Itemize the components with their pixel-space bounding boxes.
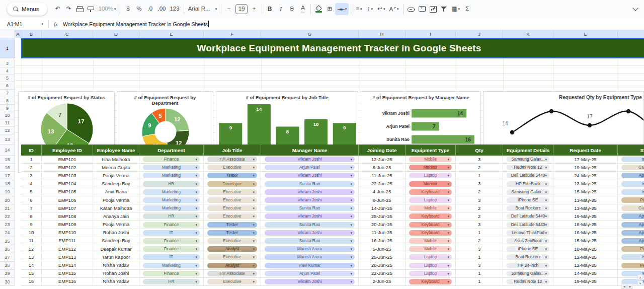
cell[interactable]: Asus ZenBook▾: [503, 237, 553, 245]
cell[interactable]: 3: [456, 156, 503, 164]
dropdown-pill[interactable]: Tester▾: [207, 222, 257, 228]
row-header-4[interactable]: 4: [0, 67, 15, 75]
dropdown-pill[interactable]: Samsung Galax...▾: [507, 189, 549, 195]
cell[interactable]: Vikram Joshi▾: [261, 212, 359, 221]
cell[interactable]: Redmi Note 12▾: [503, 164, 553, 172]
dropdown-pill[interactable]: Laptop▾: [409, 197, 452, 203]
create-filter-button[interactable]: [439, 3, 450, 15]
insert-link-button[interactable]: [406, 3, 417, 15]
cell[interactable]: 3: [456, 261, 503, 269]
borders-button[interactable]: ⊞: [324, 3, 335, 15]
column-header-id[interactable]: ID: [21, 144, 42, 156]
dropdown-pill[interactable]: Finance▾: [143, 157, 200, 162]
decrease-font-size-button[interactable]: −: [223, 3, 234, 15]
row-header-8[interactable]: 8: [0, 97, 15, 105]
dropdown-pill[interactable]: Pending▾: [621, 246, 644, 252]
dropdown-pill[interactable]: Pending▾: [621, 263, 644, 268]
dropdown-pill[interactable]: Laptop▾: [409, 173, 452, 178]
dropdown-pill[interactable]: Vikram Joshi▾: [265, 279, 355, 284]
cell[interactable]: 22-Jun-25: [359, 180, 406, 188]
cell[interactable]: Vikram Joshi▾: [261, 188, 359, 196]
row-header-1[interactable]: 1: [0, 38, 15, 58]
cell[interactable]: HP EliteBook▾: [503, 180, 553, 188]
cell[interactable]: Issued▾: [618, 156, 644, 164]
dropdown-pill[interactable]: iPhone SE▾: [507, 246, 549, 252]
cell[interactable]: 13-May-25: [553, 204, 618, 212]
cell[interactable]: EMP116: [42, 278, 93, 286]
dropdown-pill[interactable]: Redmi Note 12▾: [507, 279, 549, 284]
row-header-9[interactable]: 9: [0, 105, 15, 112]
cell[interactable]: 12-May-25: [553, 261, 618, 269]
column-header-job-title[interactable]: Job Title: [204, 144, 261, 156]
insert-comment-button[interactable]: [417, 3, 428, 15]
dropdown-pill[interactable]: Manish Arora▾: [265, 254, 355, 260]
cell[interactable]: 13-May-25: [553, 180, 618, 188]
cell[interactable]: Finance▾: [139, 221, 204, 229]
dropdown-pill[interactable]: IT▾: [143, 254, 200, 260]
cell[interactable]: 18-May-25: [553, 245, 618, 253]
dropdown-pill[interactable]: Cancelled▾: [621, 165, 644, 170]
cell[interactable]: 10: [21, 229, 42, 237]
cell[interactable]: 11-Jun-25: [359, 172, 406, 180]
cell[interactable]: 12-May-25: [553, 253, 618, 261]
cell[interactable]: Tester▾: [204, 221, 261, 229]
row-header-21[interactable]: 21: [0, 204, 15, 212]
dropdown-pill[interactable]: Approved▾: [621, 213, 644, 219]
cell[interactable]: Executive▾: [204, 164, 261, 172]
dropdown-pill[interactable]: Finance▾: [143, 271, 200, 276]
cell[interactable]: Developer▾: [204, 180, 261, 188]
italic-button[interactable]: I: [275, 3, 286, 15]
cell[interactable]: 14-May-25: [553, 270, 618, 278]
row-header-30[interactable]: 30: [0, 278, 15, 286]
cell[interactable]: Vikram Joshi▾: [261, 196, 359, 204]
table-views-button[interactable]: ▦▾: [450, 3, 462, 15]
dropdown-pill[interactable]: Cancelled▾: [621, 205, 644, 211]
dropdown-pill[interactable]: HR Associate▾: [207, 157, 257, 162]
cell[interactable]: EMP105: [42, 188, 93, 196]
cell[interactable]: EMP108: [42, 212, 93, 221]
cell[interactable]: Rohan Joshi: [93, 270, 139, 278]
cell[interactable]: Monitor▾: [406, 180, 456, 188]
cell[interactable]: Pending▾: [618, 261, 644, 269]
column-header-D[interactable]: D: [93, 30, 139, 38]
cell[interactable]: Tarun Kapoor: [93, 253, 139, 261]
cell[interactable]: Sunita Rao▾: [261, 204, 359, 212]
dropdown-pill[interactable]: Executive▾: [207, 238, 257, 244]
more-formats-button[interactable]: 123: [168, 3, 181, 15]
column-header-F[interactable]: F: [204, 30, 261, 38]
cell[interactable]: 13: [21, 253, 42, 261]
bold-button[interactable]: B: [264, 3, 275, 15]
cell[interactable]: 25-Jun-25: [359, 253, 406, 261]
cell[interactable]: EMP110: [42, 229, 93, 237]
cell[interactable]: Arjun Patel▾: [261, 270, 359, 278]
dropdown-pill[interactable]: Executive▾: [207, 197, 257, 203]
cell[interactable]: Samsung Galax...▾: [503, 188, 553, 196]
cell[interactable]: Issued▾: [618, 188, 644, 196]
cell[interactable]: 2: [456, 237, 503, 245]
select-all-corner[interactable]: [0, 30, 15, 38]
dropdown-pill[interactable]: Approved▾: [621, 238, 644, 244]
cell[interactable]: 14: [21, 261, 42, 269]
cell[interactable]: 2: [456, 212, 503, 221]
cell[interactable]: Mobile▾: [406, 237, 456, 245]
cell[interactable]: Pooja Verma: [93, 221, 139, 229]
cell[interactable]: Dell Latitude 5440▾: [503, 172, 553, 180]
cell[interactable]: Laptop▾: [406, 270, 456, 278]
scroll-left-button[interactable]: ◀: [621, 283, 627, 289]
cell[interactable]: 1: [456, 270, 503, 278]
column-header-joining-date[interactable]: Joining Date: [359, 144, 406, 156]
cell[interactable]: Manish Arora▾: [261, 253, 359, 261]
cell[interactable]: 6: [21, 196, 42, 204]
dropdown-pill[interactable]: Laptop▾: [409, 271, 452, 276]
cell[interactable]: Issued▾: [618, 180, 644, 188]
dropdown-pill[interactable]: Issued▾: [621, 157, 644, 162]
dropdown-pill[interactable]: Tester▾: [207, 173, 257, 178]
column-header-K[interactable]: K: [503, 30, 553, 38]
horizontal-align-button[interactable]: ≡▾: [353, 3, 364, 15]
cell[interactable]: EMP103: [42, 172, 93, 180]
cell[interactable]: Arjun Patel▾: [261, 164, 359, 172]
dropdown-pill[interactable]: Marketing▾: [143, 197, 200, 203]
cell[interactable]: 2: [456, 204, 503, 212]
dropdown-pill[interactable]: Dell Latitude 5440▾: [507, 222, 549, 228]
cell[interactable]: Nisha Yadav: [93, 261, 139, 269]
